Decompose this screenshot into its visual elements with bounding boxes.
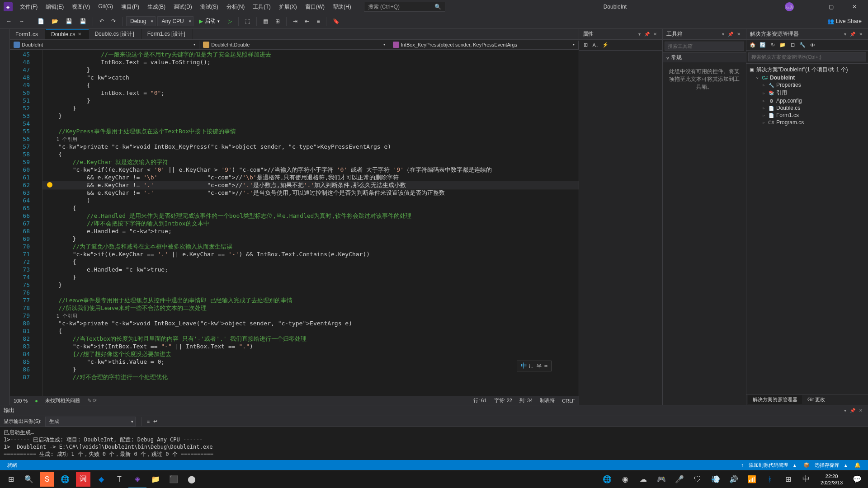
minimize-button[interactable]: ─	[797, 0, 817, 14]
menu-item[interactable]: 测试(S)	[197, 1, 222, 13]
chevron-down-icon[interactable]: ▿	[755, 75, 760, 80]
bluetooth-icon[interactable]: ᚼ	[761, 470, 779, 488]
start-no-debug-icon[interactable]: ▷	[225, 16, 235, 26]
panel-dropdown-icon[interactable]: ▾	[842, 31, 848, 38]
app-icon[interactable]: T	[110, 470, 128, 488]
chevron-right-icon[interactable]: ▹	[761, 83, 766, 87]
tray-icon[interactable]: ◉	[616, 470, 634, 488]
output-clear-icon[interactable]: ≡	[147, 419, 150, 424]
right-tab-solution[interactable]: 解决方案资源管理器	[748, 395, 802, 404]
panel-pin-icon[interactable]: 📌	[848, 407, 857, 414]
menu-item[interactable]: 项目(P)	[118, 1, 143, 13]
grid-icon[interactable]: ▦	[260, 16, 271, 26]
menu-item[interactable]: 扩展(X)	[275, 1, 301, 13]
tree-item[interactable]: ▹📄Form1.cs	[746, 112, 868, 119]
bookmark-icon[interactable]: 🔖	[330, 16, 342, 26]
tree-item[interactable]: ▹C#Program.cs	[746, 119, 868, 126]
search-icon[interactable]: 🔍	[20, 470, 38, 488]
status-bell-icon[interactable]: 🔔	[851, 462, 864, 468]
search-box[interactable]: 搜索 (Ctrl+Q) 🔍	[364, 2, 445, 12]
new-icon[interactable]: 📄	[35, 16, 47, 26]
tree-item[interactable]: ▹📄Double.cs	[746, 104, 868, 112]
panel-close-icon[interactable]: ✕	[735, 31, 742, 38]
chevron-right-icon[interactable]: ▹	[761, 91, 766, 95]
chevron-right-icon[interactable]: ▹	[761, 113, 766, 117]
panel-close-icon[interactable]: ✕	[857, 407, 864, 414]
edge-icon[interactable]: 🌐	[56, 470, 74, 488]
app-icon[interactable]: S	[40, 472, 54, 487]
tree-item[interactable]: ▹⚙App.config	[746, 97, 868, 104]
layout-icon[interactable]: ⊞	[273, 16, 283, 26]
tray-ime-icon[interactable]: 中	[797, 470, 815, 488]
lightbulb-icon[interactable]	[47, 182, 52, 188]
menu-item[interactable]: 视图(V)	[68, 1, 94, 13]
solution-search[interactable]	[748, 52, 866, 61]
document-tab[interactable]: Form1.cs [设计]	[142, 29, 193, 39]
tray-icon[interactable]: 💨	[707, 470, 725, 488]
start-button[interactable]: ▶启动▾	[195, 16, 223, 26]
output-source-dropdown[interactable]: 生成	[45, 417, 136, 427]
user-avatar[interactable]: もあ	[785, 2, 794, 11]
issues-status[interactable]: 未找到相关问题	[45, 397, 80, 404]
panel-close-icon[interactable]: ✕	[857, 31, 864, 38]
home-icon[interactable]: 🏠	[748, 41, 757, 50]
live-share-button[interactable]: 👥Live Share	[825, 16, 864, 26]
chevron-right-icon[interactable]: ▹	[761, 120, 766, 125]
menu-item[interactable]: 生成(B)	[144, 1, 169, 13]
code-editor[interactable]: //一般来说这个是不用try关键字的但是为了安全起见照样加进去 IntBox.T…	[42, 50, 579, 396]
explorer-icon[interactable]: 📁	[146, 470, 165, 488]
tray-icon[interactable]: 🎤	[670, 470, 689, 488]
tray-icon[interactable]: 🛡	[689, 470, 707, 488]
tray-icon[interactable]: 🌐	[598, 470, 616, 488]
panel-pin-icon[interactable]: 📌	[848, 31, 857, 38]
panel-pin-icon[interactable]: 📌	[726, 31, 735, 38]
notifications-icon[interactable]: 💬	[848, 470, 866, 488]
toolbox-category[interactable]: ▿常规	[663, 53, 746, 62]
status-source-control[interactable]: ↑ 添加到源代码管理 ▴	[737, 462, 800, 469]
menu-item[interactable]: 帮助(H)	[329, 1, 355, 13]
project-node[interactable]: ▿C#DoubleInt	[746, 74, 868, 81]
obs-icon[interactable]: ⬤	[183, 470, 201, 488]
close-button[interactable]: ✕	[844, 0, 864, 14]
save-all-icon[interactable]: 💾	[77, 16, 89, 26]
solution-root[interactable]: ▣解决方案"DoubleInt"(1 个项目/共 1 个)	[746, 66, 868, 74]
tray-icon[interactable]: 🎮	[652, 470, 670, 488]
save-icon[interactable]: 💾	[63, 16, 75, 26]
menu-item[interactable]: 工具(T)	[249, 1, 274, 13]
step-icon[interactable]: ⇥	[290, 16, 300, 26]
tray-icon[interactable]: ⊞	[779, 470, 797, 488]
platform-dropdown[interactable]: Any CPU	[157, 16, 193, 26]
menu-item[interactable]: 分析(N)	[223, 1, 249, 13]
indent-mode[interactable]: 制表符	[540, 397, 555, 404]
vs-icon[interactable]: ◈	[128, 470, 146, 488]
fold-gutter[interactable]	[35, 50, 42, 396]
tray-icon[interactable]: ☁	[634, 470, 652, 488]
tool-icon[interactable]: ⬚	[242, 16, 253, 26]
document-tab[interactable]: Form1.cs	[10, 29, 46, 39]
vscode-icon[interactable]: ◆	[92, 470, 110, 488]
maximize-button[interactable]: ▢	[821, 0, 841, 14]
show-all-icon[interactable]: 📁	[778, 41, 787, 50]
menu-item[interactable]: 调试(D)	[170, 1, 196, 13]
tray-icon[interactable]: 📶	[743, 470, 761, 488]
chevron-right-icon[interactable]: ▹	[761, 99, 766, 103]
tab-close-icon[interactable]: ✕	[78, 32, 81, 37]
app-icon[interactable]: 词	[76, 472, 90, 487]
tray-icon[interactable]: 🔊	[725, 470, 743, 488]
menu-item[interactable]: Git(G)	[94, 1, 117, 13]
refresh-icon[interactable]: ↻	[768, 41, 777, 50]
config-dropdown[interactable]: Debug	[126, 16, 156, 26]
output-wrap-icon[interactable]: ↩	[153, 418, 157, 424]
nav-member[interactable]: IntBox_KeyPress(object sender, KeyPressE…	[389, 41, 579, 49]
panel-close-icon[interactable]: ✕	[651, 31, 659, 38]
nav-scope[interactable]: DoubleInt	[10, 41, 199, 49]
tree-item[interactable]: ▹🔧Properties	[746, 81, 868, 89]
redo-icon[interactable]: ↷	[108, 16, 118, 26]
zoom-level[interactable]: 100 %	[14, 398, 28, 404]
sync-icon[interactable]: 🔄	[758, 41, 767, 50]
right-tab-git[interactable]: Git 更改	[803, 395, 830, 404]
step2-icon[interactable]: ⇤	[302, 16, 312, 26]
line-ending[interactable]: CRLF	[562, 398, 575, 404]
open-icon[interactable]: 📂	[49, 16, 61, 26]
toolbox-search[interactable]	[665, 42, 744, 51]
